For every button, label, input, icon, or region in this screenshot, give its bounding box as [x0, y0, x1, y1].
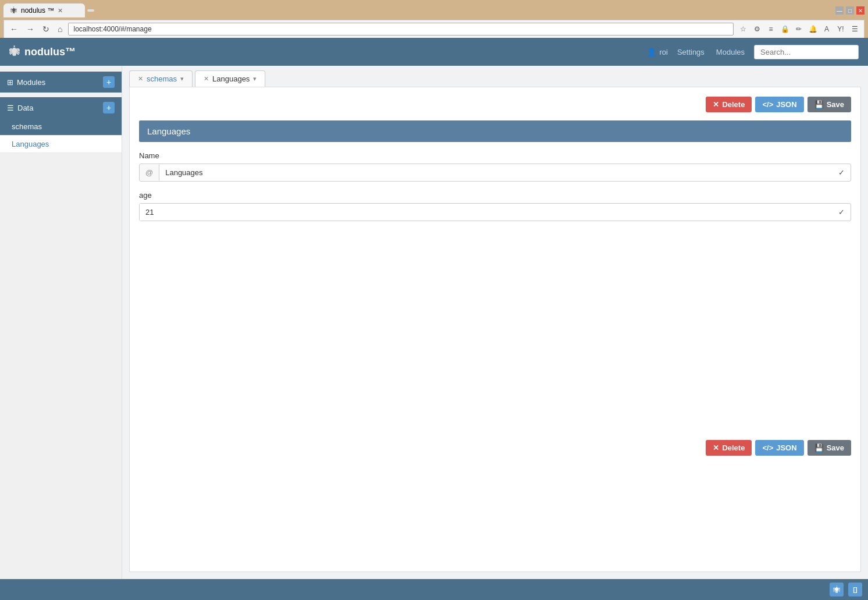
- modules-add-button[interactable]: +: [103, 76, 115, 88]
- tabs-bar: ✕ schemas ▾ ✕ Languages ▾: [122, 66, 868, 87]
- delete-label-bottom: Delete: [722, 443, 745, 452]
- bottom-action-bar: ✕ Delete </> JSON 💾 Save: [139, 440, 851, 456]
- ext-icon-2[interactable]: ≡: [765, 23, 777, 35]
- age-field-input[interactable]: [140, 204, 833, 221]
- sidebar-modules-header[interactable]: ⊞ Modules +: [0, 72, 122, 93]
- ext-icon-4[interactable]: ✏: [793, 23, 805, 35]
- tab-languages-close-icon[interactable]: ✕: [204, 75, 209, 83]
- content-panel: ✕ Delete </> JSON 💾 Save Languages: [129, 87, 861, 572]
- data-label: Data: [17, 104, 103, 112]
- ext-icon-6[interactable]: A: [821, 23, 833, 35]
- tab-schemas[interactable]: ✕ schemas ▾: [129, 70, 193, 87]
- browser-tab[interactable]: 🕷 nodulus ™ ✕: [3, 3, 85, 17]
- age-field-label: age: [139, 191, 851, 200]
- sidebar-item-languages[interactable]: Languages: [0, 136, 122, 153]
- bookmark-icon[interactable]: ☆: [737, 23, 749, 35]
- form-section-title-text: Languages: [147, 126, 190, 136]
- name-field-label: Name: [139, 151, 851, 160]
- age-input-wrapper: ✓: [139, 203, 851, 221]
- tab-languages[interactable]: ✕ Languages ▾: [195, 70, 265, 87]
- sidebar-item-schemas[interactable]: schemas: [0, 118, 122, 136]
- app-title: nodulus™: [24, 46, 76, 58]
- name-input-wrapper: @ ✓: [139, 164, 851, 182]
- app-user: 👤 roi: [647, 48, 667, 56]
- ext-icon-7[interactable]: Y!: [835, 23, 846, 35]
- window-controls: — □ ✕: [835, 6, 865, 15]
- modules-label: Modules: [17, 78, 103, 87]
- delete-icon-bottom: ✕: [713, 443, 719, 452]
- footer-nodulus-icon[interactable]: 🕷: [830, 583, 844, 597]
- sidebar-item-schemas-label: schemas: [12, 122, 42, 131]
- tab-close-icon[interactable]: ✕: [58, 7, 63, 15]
- json-icon-bottom: </>: [762, 443, 773, 452]
- data-icon: ☰: [7, 104, 14, 112]
- sidebar-data-section: ☰ Data + schemas Languages: [0, 97, 122, 153]
- settings-link[interactable]: Settings: [677, 48, 705, 56]
- username-label: roi: [659, 48, 667, 56]
- browser-toolbar-icons: ☆ ⚙ ≡ 🔒 ✏ 🔔 A Y! ☰: [737, 23, 860, 35]
- data-add-button[interactable]: +: [103, 102, 115, 113]
- save-button-top[interactable]: 💾 Save: [807, 97, 851, 112]
- main-content: ✕ schemas ▾ ✕ Languages ▾ ✕ Delete: [122, 66, 868, 579]
- app-wrapper: 🕷 nodulus™ 👤 roi Settings Modules ⊞ Modu…: [0, 38, 868, 600]
- tab-languages-label: Languages: [212, 74, 250, 83]
- menu-icon[interactable]: ☰: [849, 23, 860, 35]
- name-field-input[interactable]: [159, 164, 833, 181]
- top-action-bar: ✕ Delete </> JSON 💾 Save: [139, 97, 851, 112]
- age-field: age ✓: [139, 191, 851, 221]
- ext-icon-3[interactable]: 🔒: [779, 23, 791, 35]
- save-label-top: Save: [827, 100, 844, 109]
- back-button[interactable]: ←: [8, 23, 20, 35]
- ext-icon-1[interactable]: ⚙: [751, 23, 763, 35]
- save-icon-top: 💾: [814, 100, 824, 109]
- age-field-check-icon: ✓: [833, 204, 851, 220]
- tab-title: nodulus ™: [21, 6, 54, 15]
- json-label-top: JSON: [776, 100, 796, 109]
- save-button-bottom[interactable]: 💾 Save: [807, 440, 851, 456]
- sidebar-modules-section: ⊞ Modules +: [0, 72, 122, 93]
- sidebar-data-header[interactable]: ☰ Data +: [0, 97, 122, 118]
- delete-button-bottom[interactable]: ✕ Delete: [706, 440, 752, 456]
- app-header: 🕷 nodulus™ 👤 roi Settings Modules: [0, 38, 868, 66]
- sidebar: ⊞ Modules + ☰ Data + schemas Languages: [0, 66, 122, 579]
- address-bar[interactable]: [68, 23, 734, 35]
- modules-icon: ⊞: [7, 78, 13, 87]
- tab-schemas-close-icon[interactable]: ✕: [138, 75, 143, 83]
- tab-languages-dropdown-icon[interactable]: ▾: [253, 75, 257, 83]
- delete-label-top: Delete: [722, 100, 745, 109]
- window-close-button[interactable]: ✕: [856, 6, 865, 15]
- delete-icon-top: ✕: [713, 100, 719, 109]
- refresh-button[interactable]: ↻: [40, 23, 52, 35]
- search-input[interactable]: [754, 45, 859, 59]
- app-body: ⊞ Modules + ☰ Data + schemas Languages: [0, 66, 868, 579]
- tab-schemas-dropdown-icon[interactable]: ▾: [180, 75, 184, 83]
- window-maximize-button[interactable]: □: [846, 6, 854, 15]
- json-label-bottom: JSON: [776, 443, 796, 452]
- window-minimize-button[interactable]: —: [835, 6, 844, 15]
- json-icon-top: </>: [762, 100, 773, 109]
- browser-toolbar: ← → ↻ ⌂ ☆ ⚙ ≡ 🔒 ✏ 🔔 A Y! ☰: [3, 20, 865, 38]
- user-icon: 👤: [647, 48, 656, 56]
- sidebar-item-languages-label: Languages: [12, 140, 49, 148]
- ext-icon-5[interactable]: 🔔: [807, 23, 819, 35]
- footer-github-icon[interactable]: []: [848, 583, 862, 597]
- json-button-top[interactable]: </> JSON: [755, 97, 803, 112]
- header-nav: Settings Modules: [677, 48, 745, 56]
- browser-titlebar: 🕷 nodulus ™ ✕ — □ ✕: [3, 3, 865, 17]
- home-button[interactable]: ⌂: [55, 23, 65, 35]
- save-label-bottom: Save: [827, 443, 844, 452]
- name-field-check-icon: ✓: [833, 165, 851, 180]
- save-icon-bottom: 💾: [814, 443, 824, 452]
- browser-new-tab: [87, 9, 94, 12]
- json-button-bottom[interactable]: </> JSON: [755, 440, 803, 456]
- name-field: Name @ ✓: [139, 151, 851, 182]
- browser-chrome: 🕷 nodulus ™ ✕ — □ ✕ ← → ↻ ⌂ ☆ ⚙ ≡ 🔒 ✏ 🔔 …: [0, 0, 868, 38]
- delete-button-top[interactable]: ✕ Delete: [706, 97, 752, 112]
- app-footer: 🕷 []: [0, 579, 868, 600]
- tab-schemas-label: schemas: [147, 74, 177, 83]
- forward-button[interactable]: →: [24, 23, 37, 35]
- logo-icon: 🕷: [9, 46, 20, 58]
- name-field-prefix: @: [140, 165, 159, 180]
- modules-link[interactable]: Modules: [716, 48, 745, 56]
- content-spacer: [139, 230, 851, 440]
